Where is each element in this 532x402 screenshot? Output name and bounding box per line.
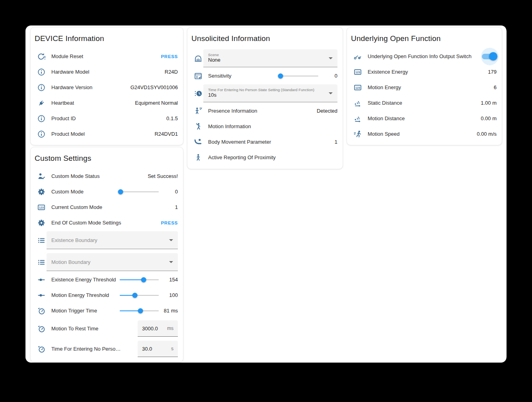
presence-icon (194, 107, 203, 115)
row-hardware-version: Hardware VersionG24VD1SYV001006 (31, 80, 183, 95)
setting-label: Module Reset (51, 53, 161, 59)
card-unsolicited-information: Unsolicited Information SceneNoneSensiti… (187, 27, 343, 169)
info-icon (37, 114, 46, 123)
setting-label: Current Custom Mode (51, 204, 175, 210)
slider-thumb[interactable] (141, 277, 146, 282)
select-selected-value: None (208, 57, 325, 64)
info-icon (37, 68, 46, 76)
setting-value: 0 (159, 189, 178, 195)
card-title: Unsolicited Information (191, 34, 338, 43)
setting-value: Set Success! (148, 173, 178, 179)
row-motion-energy-threshold: Motion Energy Threshold100 (31, 287, 183, 303)
setting-value: R24DVD1 (154, 131, 178, 137)
setting-label: Presence Information (208, 108, 317, 114)
row-time-for-entering-no-person-state-setting-: Time For Entering No Person State Settin… (187, 84, 343, 103)
setting-label: Product ID (51, 115, 166, 121)
card-title: DEVICE Information (35, 34, 178, 43)
row-end-of-custom-mode-settings: End Of Custom Mode SettingsPRESS (31, 215, 183, 230)
dropdown-arrow-icon (169, 239, 173, 241)
proximity-icon (194, 153, 203, 162)
setting-value: 0.00 m (481, 115, 497, 121)
row-motion-information: Motion Information (187, 119, 343, 134)
card-custom-settings: Custom Settings Custom Mode StatusSet Su… (30, 147, 183, 362)
svg-text:123: 123 (355, 86, 360, 89)
row-sensitivity: Sensitivity0 (187, 68, 343, 84)
motion-boundary-select[interactable]: Motion Boundary (47, 253, 178, 271)
setting-label: Motion Energy Threshold (51, 292, 117, 298)
list-icon (37, 258, 46, 267)
row-motion-speed: Motion Speed0.00 m/s (347, 126, 502, 142)
slider-thumb[interactable] (138, 308, 143, 313)
scene-icon (194, 54, 203, 63)
svg-text:123: 123 (39, 206, 44, 209)
card-rows: Module ResetPRESSHardware ModelR24DHardw… (31, 49, 183, 142)
row-active-reporting-of-proximity: Active Reporting Of Proximity (187, 150, 343, 165)
module-reset-button[interactable]: PRESS (161, 54, 178, 59)
motion-icon (194, 122, 203, 131)
row-product-model: Product ModelR24DVD1 (31, 126, 183, 142)
row-current-custom-mode: 123Current Custom Mode1 (31, 199, 183, 215)
slider-track (279, 76, 318, 76)
timer-icon (37, 324, 46, 333)
custom-mode-slider[interactable] (120, 189, 159, 195)
motion-energy-threshold-slider[interactable] (120, 292, 159, 299)
number-123-icon: 123 (353, 83, 362, 92)
setting-label: Active Reporting Of Proximity (208, 154, 337, 160)
info-icon (37, 130, 46, 139)
select-field-label: Scene (208, 53, 325, 57)
row-custom-mode-status: Custom Mode StatusSet Success! (31, 168, 183, 184)
row-motion-distance: Motion Distance0.00 m (347, 111, 502, 126)
row-presence-information: Presence InformationDetected (187, 103, 343, 119)
setting-label: Hardware Version (51, 84, 131, 90)
gear-icon (37, 187, 46, 196)
row-motion-energy: 123Motion Energy6 (347, 80, 502, 95)
setting-value: G24VD1SYV001006 (131, 84, 178, 90)
time-for-entering-no-person-state-setting--select[interactable]: Time For Entering No Person State Settin… (203, 84, 337, 102)
input-value: 3000.0 (142, 326, 167, 332)
middle-column: Unsolicited Information SceneNoneSensiti… (187, 27, 343, 169)
slider-thumb[interactable] (133, 293, 138, 298)
switch-thumb (489, 52, 497, 60)
input-value: 30.0 (142, 346, 171, 352)
motion-to-rest-time-input[interactable]: 3000.0ms (138, 320, 178, 337)
svg-text:123: 123 (355, 70, 360, 74)
setting-value: R24D (165, 69, 178, 75)
timer-icon (37, 306, 46, 315)
setting-label: Custom Mode (51, 189, 117, 195)
setting-label: Static Distance (368, 100, 481, 106)
scene-select[interactable]: SceneNone (203, 49, 337, 67)
input-unit: ms (167, 326, 173, 331)
sensitivity-slider[interactable] (279, 73, 318, 79)
app-background: DEVICE Information Module ResetPRESSHard… (0, 0, 532, 402)
setting-value: 6 (494, 84, 497, 90)
slider-thumb[interactable] (118, 189, 123, 194)
select-field-label: Time For Entering No Person State Settin… (208, 88, 325, 92)
row-scene: SceneNone (187, 49, 343, 68)
setting-label: Heartbeat (51, 100, 135, 106)
setting-value: 179 (488, 69, 497, 75)
slider-commit-icon (37, 275, 46, 284)
setting-label: Custom Mode Status (51, 173, 148, 179)
end-of-custom-mode-settings-button[interactable]: PRESS (161, 221, 178, 225)
restart-alert-icon (37, 52, 46, 61)
row-underlying-open-function-info-output-switc: Underlying Open Function Info Output Swi… (347, 49, 502, 64)
setting-label: Motion Energy (368, 84, 494, 90)
sensors-icon (353, 114, 362, 123)
card-title: Underlying Open Function (351, 34, 497, 43)
select-placeholder: Existence Boundary (51, 237, 165, 243)
card-rows: SceneNoneSensitivity0Time For Entering N… (187, 49, 343, 165)
existence-energy-threshold-slider[interactable] (120, 277, 159, 283)
slider-thumb[interactable] (278, 73, 283, 78)
setting-label: End Of Custom Mode Settings (51, 220, 161, 226)
setting-value: 81 ms (159, 308, 178, 314)
setting-value: 0.1.5 (166, 115, 178, 121)
existence-boundary-select[interactable]: Existence Boundary (47, 231, 178, 249)
number-123-icon: 123 (353, 68, 362, 76)
motion-trigger-time-slider[interactable] (120, 308, 159, 314)
underlying-open-function-info-output-switc-switch[interactable] (480, 48, 499, 65)
time-for-entering-no-perso-input[interactable]: 30.0s (138, 341, 178, 357)
setting-label: Hardware Model (51, 69, 165, 75)
setting-label: Product Model (51, 131, 154, 137)
setting-label: Body Movement Parameter (208, 139, 335, 145)
setting-value: 0.00 m/s (477, 131, 497, 137)
